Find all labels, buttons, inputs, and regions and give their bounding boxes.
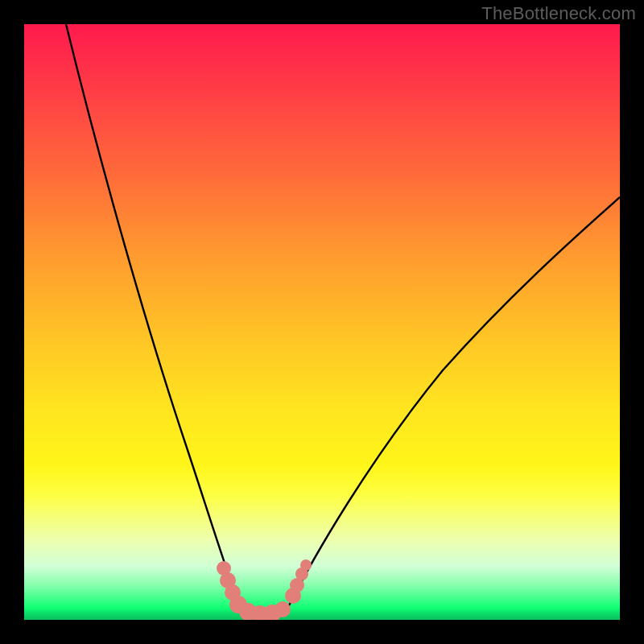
marker-dot <box>275 601 291 617</box>
chart-svg <box>24 24 620 620</box>
outer-frame: TheBottleneck.com <box>0 0 644 644</box>
marker-group <box>217 559 312 620</box>
plot-area <box>24 24 620 620</box>
curve-right-branch <box>286 197 620 612</box>
curve-left-branch <box>66 24 242 612</box>
watermark-text: TheBottleneck.com <box>481 3 636 24</box>
marker-dot <box>300 559 312 571</box>
